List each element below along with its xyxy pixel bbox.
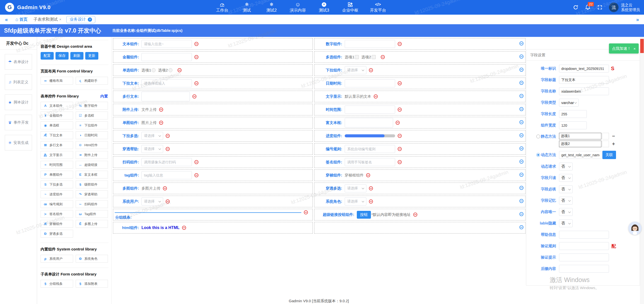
library-item-grid-layout[interactable]: ∞栅格布局: [41, 77, 73, 85]
richtext-textarea[interactable]: [345, 118, 393, 128]
library-item-time-range[interactable]: ≈时间范围: [41, 161, 73, 169]
assistant-avatar[interactable]: [628, 222, 641, 235]
dynamic-method-radio[interactable]: [536, 153, 540, 157]
multiline-textarea[interactable]: [141, 92, 190, 101]
widget-scan-code[interactable]: 扫码组件:: [113, 156, 313, 168]
remove-widget-icon[interactable]: [398, 160, 402, 164]
content-unique-select[interactable]: 否: [559, 208, 573, 216]
widget-datetime[interactable]: 日期时间:: [314, 78, 525, 89]
menu-item-workbench[interactable]: 工作台: [216, 2, 229, 13]
remove-row-icon[interactable]: [519, 212, 523, 216]
widget-progress[interactable]: 进度组件:: [314, 130, 525, 142]
widget-single-image[interactable]: 单图组件: 图片上传: [113, 117, 313, 129]
widget-number-rule[interactable]: 编号规则:: [314, 143, 525, 155]
datetime-input[interactable]: [345, 79, 395, 87]
library-item-tag[interactable]: ωTag组件: [76, 210, 108, 218]
user-menu[interactable]: 流 流之云 系统管理员: [609, 3, 640, 12]
widget-radio-group[interactable]: 单选组件: 选项1 选项2: [113, 64, 313, 76]
collapse-right-icon[interactable]: »: [636, 17, 639, 22]
field-memory-select[interactable]: 否: [559, 197, 573, 205]
number-input[interactable]: [345, 40, 395, 48]
widget-transfer[interactable]: 穿梭组件: 穿梭框组件: [314, 169, 525, 181]
validate-hint-input[interactable]: [559, 254, 609, 261]
remove-widget-icon[interactable]: [396, 121, 400, 125]
remove-row-icon[interactable]: [519, 133, 523, 137]
library-item-cascade[interactable]: §级联组件: [76, 181, 108, 188]
remove-widget-icon[interactable]: [398, 81, 402, 85]
select-dropdown[interactable]: 请选择: [345, 66, 366, 74]
tab-close-icon[interactable]: ×: [88, 17, 92, 22]
remove-widget-icon[interactable]: [163, 186, 167, 190]
remove-option-icon[interactable]: [602, 141, 609, 147]
tab-subtable-sum-test[interactable]: 子表求和测试 ×: [31, 16, 64, 23]
remove-row-icon[interactable]: [519, 146, 523, 150]
builtin-link[interactable]: 内置: [100, 94, 108, 99]
field-name-input[interactable]: [559, 87, 609, 95]
component-width-input[interactable]: [559, 121, 587, 129]
library-item-drill-help[interactable]: ↷穿透帮助: [76, 190, 108, 198]
menu-item-test3[interactable]: 测试3: [317, 2, 331, 13]
menu-item-test2[interactable]: ❄ 测试2: [265, 2, 278, 13]
remove-widget-icon[interactable]: [398, 42, 402, 46]
remove-widget-icon[interactable]: [369, 68, 373, 72]
widget-number[interactable]: 数字组件:: [314, 38, 525, 50]
remove-widget-icon[interactable]: [166, 134, 170, 138]
library-item-checkbox[interactable]: ☑多选框: [76, 112, 108, 119]
time-range-input[interactable]: [345, 106, 395, 114]
remove-widget-icon[interactable]: [192, 94, 196, 98]
remove-widget-icon[interactable]: [413, 213, 417, 217]
configure-button[interactable]: 配置: [41, 52, 54, 60]
widget-system-user[interactable]: 系统用户: 请选择: [113, 196, 313, 207]
widget-text[interactable]: 文本组件:: [113, 38, 313, 50]
dynamic-method-input[interactable]: [559, 151, 602, 159]
field-length-input[interactable]: [559, 110, 587, 118]
sidebar-item-form-design[interactable]: ☂表单设计: [5, 54, 32, 70]
library-item-radio[interactable]: ◉单选框: [41, 121, 73, 129]
static-option-input[interactable]: [559, 141, 601, 147]
link-button[interactable]: 按钮: [357, 211, 371, 219]
notifications-bell-icon[interactable]: 22: [585, 4, 591, 10]
field-required-select[interactable]: 否: [559, 185, 573, 193]
select-dropdown[interactable]: 请选择: [141, 197, 163, 206]
static-method-radio[interactable]: [536, 135, 540, 138]
remove-option-icon[interactable]: [602, 133, 609, 139]
library-item-progress[interactable]: ~进度组件: [41, 190, 73, 198]
widget-hyperlink-button[interactable]: 超级链接按钮组件: 按钮 *默认内容即为链接地址: [314, 209, 525, 220]
widget-text-display[interactable]: 文字显示: 默认显示的文本: [314, 91, 525, 102]
library-item-multi-select[interactable]: S下拉多选: [41, 181, 73, 188]
remove-widget-icon[interactable]: [194, 173, 198, 177]
checkbox[interactable]: [355, 55, 359, 59]
widget-multi-select[interactable]: 下拉多选: 请选择: [113, 130, 313, 142]
checkbox[interactable]: [372, 55, 376, 59]
select-dropdown[interactable]: 请选择: [345, 197, 366, 206]
field-type-select[interactable]: varchar: [559, 99, 579, 107]
remove-widget-icon[interactable]: [194, 42, 198, 46]
relate-button[interactable]: 关联: [602, 151, 616, 159]
remove-row-icon[interactable]: [519, 199, 523, 203]
widget-drill-multi-select[interactable]: 穿透多选: 请选择: [314, 183, 525, 194]
accelerate-button[interactable]: 点我加速！ ×: [609, 43, 639, 54]
library-item-system-user[interactable]: ρ系统用户: [41, 255, 73, 263]
library-item-select[interactable]: ≡下拉组件: [76, 121, 108, 129]
save-button[interactable]: 保存: [55, 52, 69, 60]
refresh-icon[interactable]: [573, 4, 579, 10]
widget-time-range[interactable]: 时间范围:: [314, 104, 525, 115]
field-title-input[interactable]: [559, 76, 609, 84]
suffix-content-input[interactable]: [559, 265, 609, 273]
tag-input[interactable]: [141, 171, 192, 179]
widget-select-text[interactable]: 下拉文本:: [113, 78, 313, 89]
sidebar-item-event-dev[interactable]: ♛事件开发: [5, 115, 32, 130]
remove-widget-icon[interactable]: [159, 121, 163, 125]
library-item-build-assistant[interactable]: ς构建助手: [76, 77, 108, 85]
radio[interactable]: [152, 68, 156, 72]
remove-widget-icon[interactable]: [166, 147, 170, 151]
library-item-number[interactable]: ½数字组件: [76, 102, 108, 110]
library-item-system-role[interactable]: Θ系统角色: [76, 255, 108, 263]
select-dropdown[interactable]: 请选择: [345, 184, 366, 192]
add-option-icon[interactable]: +: [611, 141, 616, 147]
widget-multi-image[interactable]: 多图组件: 多图片上传: [113, 183, 313, 194]
library-item-hyperlink[interactable]: ↔超级链接: [76, 161, 108, 169]
remove-widget-icon[interactable]: [194, 81, 198, 85]
amount-input[interactable]: [141, 53, 192, 61]
vertical-scrollbar[interactable]: [640, 37, 644, 304]
